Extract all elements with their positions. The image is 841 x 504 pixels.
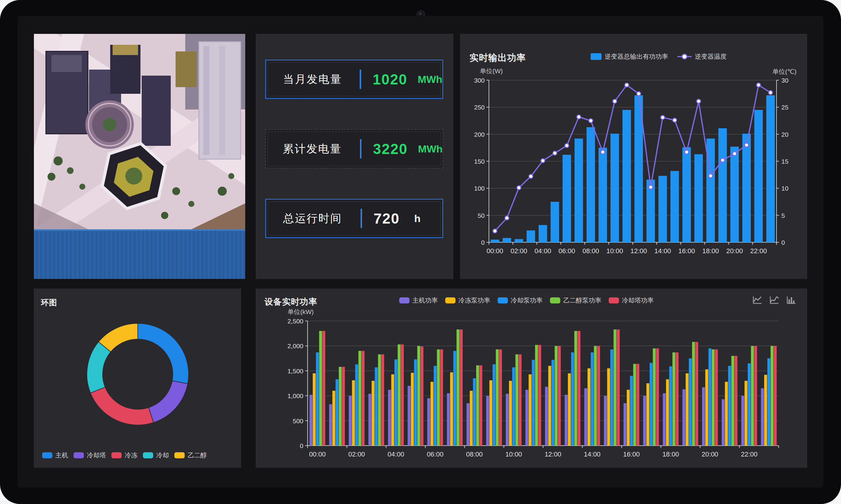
svg-text:250: 250: [474, 104, 485, 111]
svg-text:02:00: 02:00: [348, 450, 365, 458]
stat-value: 720: [373, 210, 400, 227]
ring-chart[interactable]: [34, 295, 241, 446]
svg-text:0: 0: [781, 239, 785, 246]
svg-text:10: 10: [781, 185, 788, 192]
svg-text:00:00: 00:00: [309, 450, 326, 458]
svg-text:12:00: 12:00: [545, 450, 561, 458]
slice-swatch: [73, 452, 84, 458]
legend-item-主机[interactable]: 主机: [42, 451, 68, 460]
stat-value: 1020: [373, 71, 407, 88]
donut-slice-冷却[interactable]: [87, 342, 111, 393]
svg-text:18:00: 18:00: [702, 247, 719, 255]
svg-text:1,500: 1,500: [287, 367, 303, 375]
svg-text:100: 100: [474, 185, 485, 192]
svg-text:16:00: 16:00: [623, 450, 640, 458]
stat-unit: MWh: [418, 73, 442, 85]
donut-slice-冷却塔[interactable]: [148, 381, 188, 422]
svg-text:16:00: 16:00: [679, 247, 695, 255]
svg-text:00:00: 00:00: [487, 247, 503, 255]
svg-text:30: 30: [781, 77, 788, 84]
legend-item-乙二醇[interactable]: 乙二醇: [174, 451, 207, 460]
slice-swatch: [111, 452, 122, 458]
svg-text:18:00: 18:00: [662, 450, 679, 458]
device-power-panel: 设备实时功率 主机功率冷冻泵功率冷却泵功率乙二醇泵功率冷却塔功率 单位(kW) …: [256, 289, 807, 468]
stats-panel: 当月发电量 1020 MWh 累计发电量 3220 MWh 总运行时间 720 …: [256, 34, 453, 279]
svg-text:1,000: 1,000: [287, 392, 303, 399]
legend-item-冷冻[interactable]: 冷冻: [111, 451, 137, 460]
svg-text:14:00: 14:00: [654, 247, 671, 255]
inverter-power-panel: 实时输出功率 逆变器总输出有功功率逆变器温度 单位(W) 单位(℃) 00505…: [460, 34, 807, 279]
inverter-power-chart[interactable]: 00505100101501520020250253003000:0002:00…: [460, 34, 807, 279]
device-bezel: 当月发电量 1020 MWh 累计发电量 3220 MWh 总运行时间 720 …: [0, 0, 841, 504]
svg-text:25: 25: [781, 104, 788, 111]
svg-text:2,000: 2,000: [287, 342, 303, 349]
svg-text:2,500: 2,500: [287, 318, 303, 325]
building-aerial-image: [34, 34, 245, 229]
svg-text:200: 200: [474, 131, 485, 138]
stat-label: 总运行时间: [283, 211, 361, 226]
svg-text:10:00: 10:00: [607, 247, 623, 255]
svg-text:04:00: 04:00: [535, 247, 551, 255]
stat-divider: [360, 70, 361, 89]
svg-text:22:00: 22:00: [741, 450, 757, 458]
building-photo-panel: [34, 34, 245, 279]
ring-chart-legend: 主机冷却塔冷冻冷却乙二醇: [42, 451, 207, 460]
svg-text:150: 150: [474, 158, 485, 165]
svg-text:08:00: 08:00: [466, 450, 483, 458]
dashboard-screen: 当月发电量 1020 MWh 累计发电量 3220 MWh 总运行时间 720 …: [18, 16, 823, 488]
stat-card-monthly-generation: 当月发电量 1020 MWh: [265, 59, 443, 99]
svg-text:14:00: 14:00: [584, 450, 601, 458]
svg-text:06:00: 06:00: [427, 450, 443, 458]
donut-slice-冷冻[interactable]: [90, 387, 154, 425]
stat-divider: [361, 209, 362, 228]
svg-text:10:00: 10:00: [505, 450, 522, 458]
stat-divider: [360, 139, 362, 159]
stat-unit: h: [414, 213, 421, 224]
legend-label: 冷冻: [125, 451, 137, 460]
legend-label: 乙二醇: [188, 451, 207, 460]
stat-unit: MWh: [418, 143, 443, 155]
svg-text:20:00: 20:00: [702, 450, 718, 458]
svg-text:0: 0: [300, 442, 303, 449]
stat-card-total-runtime: 总运行时间 720 h: [265, 199, 443, 238]
svg-text:08:00: 08:00: [582, 247, 599, 255]
legend-label: 主机: [55, 451, 68, 460]
photo-blue-band: [34, 229, 245, 279]
svg-text:06:00: 06:00: [559, 247, 575, 255]
stat-card-total-generation: 累计发电量 3220 MWh: [265, 129, 443, 168]
device-power-chart[interactable]: 05001,0001,5002,0002,50000:0002:0004:000…: [256, 289, 807, 468]
svg-text:12:00: 12:00: [630, 247, 647, 255]
legend-label: 冷却: [156, 451, 169, 460]
slice-swatch: [42, 452, 52, 458]
stat-label: 累计发电量: [283, 142, 360, 157]
svg-text:0: 0: [481, 239, 485, 246]
ring-chart-panel: 环图 主机冷却塔冷冻冷却乙二醇: [34, 289, 241, 468]
svg-text:22:00: 22:00: [750, 247, 767, 255]
svg-text:02:00: 02:00: [510, 247, 527, 255]
stat-value: 3220: [373, 141, 408, 157]
donut-slice-主机[interactable]: [138, 323, 189, 383]
legend-item-冷却塔[interactable]: 冷却塔: [73, 451, 106, 460]
svg-text:500: 500: [293, 417, 303, 425]
stat-label: 当月发电量: [283, 72, 360, 87]
svg-text:20: 20: [781, 131, 788, 138]
svg-text:300: 300: [474, 77, 485, 84]
legend-label: 冷却塔: [87, 451, 106, 460]
page: 当月发电量 1020 MWh 累计发电量 3220 MWh 总运行时间 720 …: [0, 0, 841, 504]
svg-text:50: 50: [478, 212, 485, 219]
slice-swatch: [143, 452, 153, 458]
slice-swatch: [174, 452, 185, 458]
svg-text:20:00: 20:00: [726, 247, 743, 255]
svg-text:15: 15: [781, 158, 788, 165]
legend-item-冷却[interactable]: 冷却: [143, 451, 169, 460]
svg-text:5: 5: [781, 212, 785, 219]
svg-text:04:00: 04:00: [387, 450, 404, 458]
